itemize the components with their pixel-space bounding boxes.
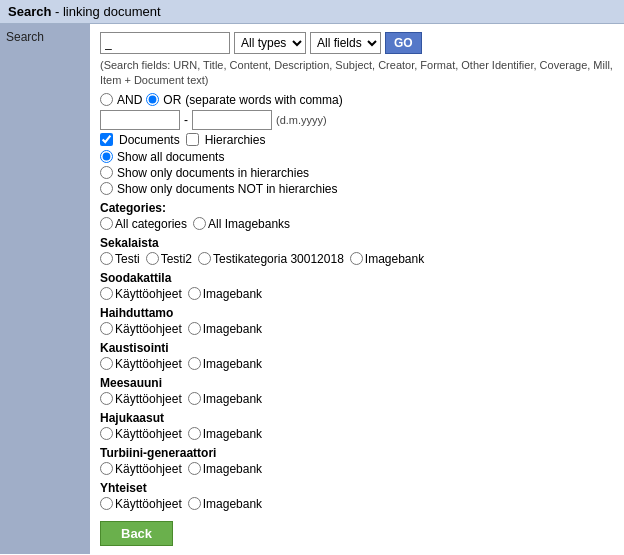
and-label: AND [117,93,142,107]
and-radio[interactable] [100,93,113,106]
all-imagebanks-label: All Imagebanks [208,217,290,231]
turbiini-imagebank-radio[interactable] [188,462,201,475]
meesauuni-label: Meesauuni [100,376,614,390]
kaustisointi-imagebank-radio[interactable] [188,357,201,370]
title-search: Search [8,4,51,19]
soodakattila-kayttoohjeet-label: Käyttöohjeet [115,287,182,301]
sekalaista-testi2-radio[interactable] [146,252,159,265]
documents-label: Documents [119,133,180,147]
sidebar-label: Search [6,30,44,44]
show-not-hier-row: Show only documents NOT in hierarchies [100,182,614,196]
sidebar: Search [0,24,90,554]
hajukaasut-kayttoohjeet-radio[interactable] [100,427,113,440]
show-hier-label: Show only documents in hierarchies [117,166,309,180]
all-categories-radio[interactable] [100,217,113,230]
kaustisointi-kayttoohjeet-radio[interactable] [100,357,113,370]
show-all-row: Show all documents [100,150,614,164]
haihduttamo-label: Haihduttamo [100,306,614,320]
title-document: linking document [63,4,161,19]
turbiini-generaattori-options: Käyttöohjeet Imagebank [100,462,614,476]
documents-checkbox[interactable] [100,133,113,146]
all-imagebanks-radio[interactable] [193,217,206,230]
sekalaista-testi-radio[interactable] [100,252,113,265]
meesauuni-kayttoohjeet-radio[interactable] [100,392,113,405]
or-radio[interactable] [146,93,159,106]
yhteiset-imagebank-label: Imagebank [203,497,262,511]
soodakattila-kayttoohjeet-radio[interactable] [100,287,113,300]
haihduttamo-kayttoohjeet-radio[interactable] [100,322,113,335]
date-separator: - [184,113,188,127]
turbiini-generaattori-label: Turbiini-generaattori [100,446,614,460]
and-or-row: AND OR (separate words with comma) [100,93,614,107]
soodakattila-imagebank-label: Imagebank [203,287,262,301]
meesauuni-imagebank-radio[interactable] [188,392,201,405]
fields-select[interactable]: All fields [310,32,381,54]
or-label: OR [163,93,181,107]
kaustisointi-kayttoohjeet-label: Käyttöohjeet [115,357,182,371]
all-categories-label: All categories [115,217,187,231]
yhteiset-imagebank-radio[interactable] [188,497,201,510]
hajukaasut-imagebank-radio[interactable] [188,427,201,440]
back-button[interactable]: Back [100,521,173,546]
meesauuni-imagebank-label: Imagebank [203,392,262,406]
date-hint: (d.m.yyyy) [276,114,327,126]
hierarchies-checkbox[interactable] [186,133,199,146]
kaustisointi-label: Kaustisointi [100,341,614,355]
sekalaista-imagebank-label: Imagebank [365,252,424,266]
soodakattila-options: Käyttöohjeet Imagebank [100,287,614,301]
turbiini-kayttoohjeet-label: Käyttöohjeet [115,462,182,476]
show-hier-row: Show only documents in hierarchies [100,166,614,180]
sekalaista-testi-label: Testi [115,252,140,266]
show-not-hier-label: Show only documents NOT in hierarchies [117,182,338,196]
hajukaasut-options: Käyttöohjeet Imagebank [100,427,614,441]
separate-hint: (separate words with comma) [185,93,342,107]
date-row: - (d.m.yyyy) [100,110,614,130]
kaustisointi-imagebank-label: Imagebank [203,357,262,371]
yhteiset-options: Käyttöohjeet Imagebank [100,497,614,511]
content-area: All types All fields GO (Search fields: … [90,24,624,554]
show-all-radio[interactable] [100,150,113,163]
search-hint: (Search fields: URN, Title, Content, Des… [100,58,614,89]
sekalaista-imagebank-radio[interactable] [350,252,363,265]
checkbox-row: Documents Hierarchies [100,133,614,147]
soodakattila-label: Soodakattila [100,271,614,285]
sekalaista-testikategoria-radio[interactable] [198,252,211,265]
hajukaasut-imagebank-label: Imagebank [203,427,262,441]
date-from-input[interactable] [100,110,180,130]
search-row: All types All fields GO [100,32,614,54]
sekalaista-label: Sekalaista [100,236,614,250]
haihduttamo-imagebank-radio[interactable] [188,322,201,335]
sekalaista-options: Testi Testi2 Testikategoria 30012018 Ima… [100,252,614,266]
kaustisointi-options: Käyttöohjeet Imagebank [100,357,614,371]
categories-label: Categories: [100,201,614,215]
yhteiset-kayttoohjeet-radio[interactable] [100,497,113,510]
title-bar: Search - linking document [0,0,624,24]
search-input[interactable] [100,32,230,54]
meesauuni-options: Käyttöohjeet Imagebank [100,392,614,406]
all-categories-row: All categories All Imagebanks [100,217,614,231]
hajukaasut-kayttoohjeet-label: Käyttöohjeet [115,427,182,441]
date-to-input[interactable] [192,110,272,130]
show-all-label: Show all documents [117,150,224,164]
meesauuni-kayttoohjeet-label: Käyttöohjeet [115,392,182,406]
title-hyphen: - [55,4,59,19]
yhteiset-kayttoohjeet-label: Käyttöohjeet [115,497,182,511]
yhteiset-label: Yhteiset [100,481,614,495]
soodakattila-imagebank-radio[interactable] [188,287,201,300]
sekalaista-testi2-label: Testi2 [161,252,192,266]
show-hier-radio[interactable] [100,166,113,179]
type-select[interactable]: All types [234,32,306,54]
show-not-hier-radio[interactable] [100,182,113,195]
hierarchies-label: Hierarchies [205,133,266,147]
turbiini-kayttoohjeet-radio[interactable] [100,462,113,475]
haihduttamo-kayttoohjeet-label: Käyttöohjeet [115,322,182,336]
hajukaasut-label: Hajukaasut [100,411,614,425]
sekalaista-testikategoria-label: Testikategoria 30012018 [213,252,344,266]
turbiini-imagebank-label: Imagebank [203,462,262,476]
go-button[interactable]: GO [385,32,422,54]
haihduttamo-imagebank-label: Imagebank [203,322,262,336]
haihduttamo-options: Käyttöohjeet Imagebank [100,322,614,336]
